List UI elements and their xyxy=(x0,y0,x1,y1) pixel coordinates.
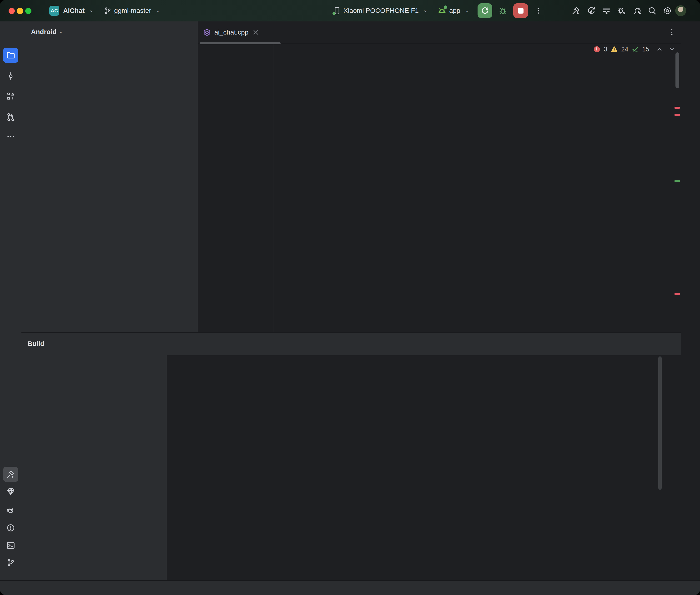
tool-version-control-button[interactable] xyxy=(3,555,18,570)
build-tool-window: Build xyxy=(22,332,681,581)
status-bar xyxy=(0,580,700,595)
chevron-down-icon[interactable] xyxy=(668,45,676,53)
tool-app-insights-button[interactable] xyxy=(3,484,18,499)
close-icon[interactable] xyxy=(252,28,260,36)
editor: ai_chat.cpp 3 24 15 xyxy=(198,22,681,332)
chevron-down-icon: ⌄ xyxy=(156,7,160,13)
run-config-status-dot xyxy=(444,5,447,9)
gradle-sync-icon[interactable] xyxy=(632,6,641,15)
horizontal-scrollbar[interactable] xyxy=(200,42,281,44)
zoom-window-button[interactable] xyxy=(25,8,31,14)
logcat-icon xyxy=(6,506,15,515)
branch-selector[interactable]: ggml-master⌄ xyxy=(104,7,160,15)
editor-scrollbar[interactable] xyxy=(675,52,679,88)
rerun-app-button[interactable] xyxy=(478,3,492,18)
window-controls xyxy=(8,8,34,15)
more-horizontal-icon xyxy=(6,132,15,141)
activity-project-folder-button[interactable] xyxy=(3,48,18,63)
error-stripe-mark[interactable] xyxy=(674,107,680,109)
project-panel: Android ⌄ xyxy=(22,22,198,332)
project-tree xyxy=(22,42,198,332)
stop-app-button[interactable] xyxy=(513,3,528,18)
tab-label: ai_chat.cpp xyxy=(214,29,248,36)
warning-icon xyxy=(610,45,618,53)
project-logo: AC xyxy=(49,6,59,16)
settings-gear-icon[interactable] xyxy=(663,6,672,15)
tool-build-tool-button[interactable] xyxy=(3,467,18,482)
build-panel-toolbar xyxy=(25,355,43,581)
device-selector[interactable]: Xiaomi POCOPHONE F1⌄ xyxy=(333,6,428,16)
device-online-dot xyxy=(333,12,335,15)
attach-debugger-icon[interactable] xyxy=(617,6,626,15)
project-selector[interactable]: AiChat⌄ xyxy=(63,7,93,15)
editor-tab-bar: ai_chat.cpp xyxy=(198,22,681,44)
activity-structure-button[interactable] xyxy=(3,89,18,104)
pull-requests-icon xyxy=(6,113,15,122)
rerun-icon xyxy=(481,6,489,15)
sync-result-tree xyxy=(43,355,167,581)
activity-more-horizontal-button[interactable] xyxy=(3,129,18,144)
build-console xyxy=(167,355,681,581)
activity-commit-button[interactable] xyxy=(3,68,18,84)
build-panel-title: Build xyxy=(28,340,44,348)
stop-icon xyxy=(518,8,524,13)
chevron-down-icon: ⌄ xyxy=(58,28,63,34)
search-everywhere-icon[interactable] xyxy=(648,6,657,15)
commit-icon xyxy=(6,72,15,81)
activity-pull-requests-button[interactable] xyxy=(3,110,18,125)
debug-app-button[interactable] xyxy=(498,6,508,16)
chevron-down-icon: ⌄ xyxy=(423,7,428,13)
console-scrollbar[interactable] xyxy=(658,357,662,490)
branch-icon xyxy=(104,7,112,15)
error-count: 3 xyxy=(604,46,607,53)
passed-count: 15 xyxy=(642,46,649,53)
titlebar: AC AiChat⌄ ggml-master⌄ Xiaomi POCOPHONE… xyxy=(0,0,700,22)
chevron-down-icon: ⌄ xyxy=(465,7,470,13)
chevron-up-icon[interactable] xyxy=(655,45,664,53)
check-icon xyxy=(631,45,639,53)
project-panel-header: Android ⌄ xyxy=(22,22,198,42)
tool-logcat-button[interactable] xyxy=(3,503,18,518)
app-insights-icon xyxy=(6,487,15,496)
left-activity-bar xyxy=(0,22,22,580)
run-configuration-selector[interactable]: app⌄ xyxy=(437,6,470,16)
close-window-button[interactable] xyxy=(8,8,15,14)
error-badge-icon xyxy=(593,45,601,53)
ide-window: AC AiChat⌄ ggml-master⌄ Xiaomi POCOPHONE… xyxy=(0,0,700,595)
version-control-icon xyxy=(6,558,15,567)
build-tool-icon xyxy=(6,470,15,479)
warning-count: 24 xyxy=(621,46,628,53)
build-hammer-icon[interactable] xyxy=(571,6,581,15)
device-phone-icon xyxy=(333,6,341,16)
user-avatar[interactable] xyxy=(675,5,686,16)
sync-project-icon[interactable] xyxy=(587,6,596,15)
debug-bug-icon xyxy=(498,6,508,16)
gutter-separator xyxy=(273,44,274,332)
android-icon xyxy=(437,6,447,16)
more-vertical-icon[interactable] xyxy=(534,7,542,15)
tab-ai-chat-cpp[interactable]: ai_chat.cpp xyxy=(203,22,260,43)
more-vertical-icon[interactable] xyxy=(668,28,676,36)
cpp-file-icon xyxy=(203,28,211,36)
terminal-icon xyxy=(6,541,15,550)
stripe-mark-ok[interactable] xyxy=(674,180,680,182)
inspections-widget[interactable]: 3 24 15 xyxy=(593,45,676,53)
project-folder-icon xyxy=(6,51,15,60)
error-stripe-mark[interactable] xyxy=(674,293,680,295)
build-panel-header: Build xyxy=(22,333,681,355)
minimize-window-button[interactable] xyxy=(17,8,23,14)
chevron-down-icon: ⌄ xyxy=(89,7,93,13)
structure-icon xyxy=(6,92,15,101)
problems-icon xyxy=(6,523,15,532)
error-stripe-mark[interactable] xyxy=(674,114,680,116)
profiler-icon[interactable] xyxy=(602,6,611,15)
project-view-selector[interactable]: Android xyxy=(31,28,56,36)
tool-problems-button[interactable] xyxy=(3,520,18,536)
tool-terminal-button[interactable] xyxy=(3,538,18,553)
